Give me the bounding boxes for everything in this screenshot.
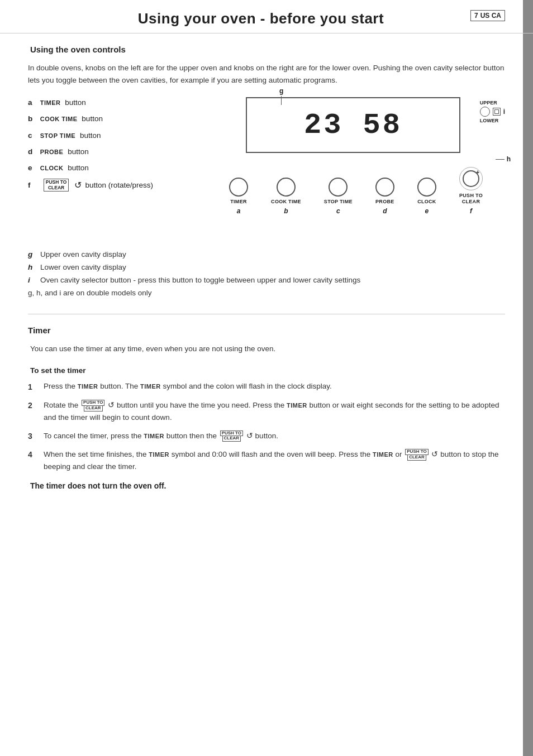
item-label: TIMER <box>40 99 61 106</box>
page-number: 7 <box>474 12 478 20</box>
note-text-h: Lower oven cavity display <box>40 263 126 271</box>
diagram-area: g 23 58 UPPER i LOWER <box>223 97 505 242</box>
notes-section: g Upper oven cavity display h Lower oven… <box>28 250 505 297</box>
step-num-3: 3 <box>28 429 44 442</box>
rotate-icon: ↺ <box>74 181 82 190</box>
item-text: button (rotate/press) <box>85 180 153 191</box>
timer-section: Timer You can use the timer at any time,… <box>28 314 505 490</box>
push-to-clear-knob-wrapper: + <box>459 167 483 190</box>
item-letter: b <box>28 113 38 125</box>
controls-layout: a TIMER button b COOK TIME button c STOP… <box>28 97 505 242</box>
page-content: Using the oven controls In double ovens,… <box>0 34 533 507</box>
controls-list: a TIMER button b COOK TIME button c STOP… <box>28 97 207 242</box>
selector-row: i <box>480 107 505 117</box>
g-label: g <box>279 87 283 95</box>
timer-step-3: 3 To cancel the timer, press the TIMER b… <box>28 429 505 442</box>
item-label: CLOCK <box>40 165 64 171</box>
page-header: Using your oven - before you start 7 US … <box>0 0 533 34</box>
push-to-clear-badge-3: PUSH TOCLEAR <box>220 430 243 442</box>
list-item: f PUSH TOCLEAR ↺ button (rotate/press) <box>28 179 207 192</box>
push-to-clear-badge-2: PUSH TOCLEAR <box>82 400 104 412</box>
timer-keyword6: TIMER <box>373 451 393 458</box>
rotate-symbol-4: ↺ <box>431 449 438 458</box>
knob-circle-probe <box>375 178 394 197</box>
h-line <box>496 159 505 160</box>
timer-title: Timer <box>28 326 505 335</box>
knob-item-f: + PUSH TOCLEAR f <box>459 167 483 215</box>
timer-keyword4: TIMER <box>144 433 164 439</box>
push-to-clear-badge: PUSH TOCLEAR <box>44 179 69 192</box>
h-annotation: h <box>496 155 511 163</box>
oven-selector: UPPER i LOWER <box>480 100 505 123</box>
knob-letter-a: a <box>237 207 241 215</box>
item-letter: e <box>28 162 38 174</box>
knobs-row: TIMER a COOK TIME b STOP TIME c <box>223 167 488 215</box>
selector-box <box>493 108 501 116</box>
digital-display: 23 58 <box>246 97 460 153</box>
timer-step-1: 1 Press the TIMER button. The TIMER symb… <box>28 380 505 393</box>
knob-letter-b: b <box>284 207 288 215</box>
list-item: c STOP TIME button <box>28 130 207 141</box>
knob-label-probe: PROBE <box>375 199 394 205</box>
note-letter-i: i <box>28 276 40 284</box>
page-locale: US CA <box>480 12 501 20</box>
selector-inner <box>494 109 499 114</box>
step-num-1: 1 <box>28 380 44 393</box>
knob-circle-cooktime <box>277 178 296 197</box>
list-item: e CLOCK button <box>28 162 207 174</box>
timer-keyword: TIMER <box>78 383 98 390</box>
knob-circle-clock <box>417 178 436 197</box>
knob-circle-stoptime <box>329 178 348 197</box>
page-title: Using your oven - before you start <box>22 10 499 27</box>
item-letter: c <box>28 130 38 141</box>
rotate-symbol-2: ↺ <box>108 400 115 409</box>
h-label: h <box>507 155 511 163</box>
step-text-3: To cancel the timer, press the TIMER but… <box>44 429 505 442</box>
page-info: 7 US CA <box>470 10 505 21</box>
knob-label-timer: TIMER <box>230 199 247 205</box>
timer-step-2: 2 Rotate the PUSH TOCLEAR ↺ button until… <box>28 399 505 423</box>
item-letter: f <box>28 180 38 191</box>
timer-steps: 1 Press the TIMER button. The TIMER symb… <box>28 380 505 472</box>
footnote: g, h, and i are on double models only <box>28 289 505 297</box>
note-h: h Lower oven cavity display <box>28 263 505 271</box>
set-timer-title: To set the timer <box>28 366 505 375</box>
note-g: g Upper oven cavity display <box>28 250 505 259</box>
section1-title: Using the oven controls <box>28 45 505 54</box>
timer-keyword2: TIMER <box>140 383 161 390</box>
knob-item-c: STOP TIME c <box>324 178 353 215</box>
knob-item-b: COOK TIME b <box>271 178 301 215</box>
knob-item-a: TIMER a <box>229 178 248 215</box>
knob-letter-f: f <box>470 207 472 215</box>
knob-letter-c: c <box>336 207 340 215</box>
step-text-4: When the set time finishes, the TIMER sy… <box>44 448 505 472</box>
item-letter: d <box>28 146 38 157</box>
plus-symbol: + <box>476 169 479 175</box>
lower-label: LOWER <box>480 118 499 123</box>
final-note: The timer does not turn the oven off. <box>28 481 505 490</box>
knob-item-d: PROBE d <box>375 178 394 215</box>
item-label: PROBE <box>40 149 64 155</box>
i-label: i <box>503 108 505 116</box>
timer-keyword5: TIMER <box>149 451 169 458</box>
knob-label-stoptime: STOP TIME <box>324 199 353 205</box>
knob-item-e: CLOCK e <box>417 178 436 215</box>
push-to-clear-badge-4: PUSH TOCLEAR <box>405 449 428 461</box>
rotate-symbol-3: ↺ <box>246 431 253 440</box>
upper-label: UPPER <box>480 100 497 106</box>
knob-label-clock: CLOCK <box>417 199 436 205</box>
item-label: COOK TIME <box>40 116 78 122</box>
intro-text: In double ovens, knobs on the left are f… <box>28 62 505 86</box>
list-item: b COOK TIME button <box>28 113 207 125</box>
note-letter-h: h <box>28 263 40 271</box>
knob-letter-d: d <box>383 207 387 215</box>
timer-intro: You can use the timer at any time, even … <box>28 343 505 355</box>
note-text-g: Upper oven cavity display <box>40 250 126 259</box>
knob-letter-e: e <box>425 207 429 215</box>
knob-circle-pushtoclear: + <box>463 170 479 187</box>
knob-circle-timer <box>229 178 248 197</box>
display-value: 23 58 <box>304 109 402 142</box>
selector-outer-circle <box>480 107 490 117</box>
step-text-2: Rotate the PUSH TOCLEAR ↺ button until y… <box>44 399 505 423</box>
item-letter: a <box>28 97 38 108</box>
